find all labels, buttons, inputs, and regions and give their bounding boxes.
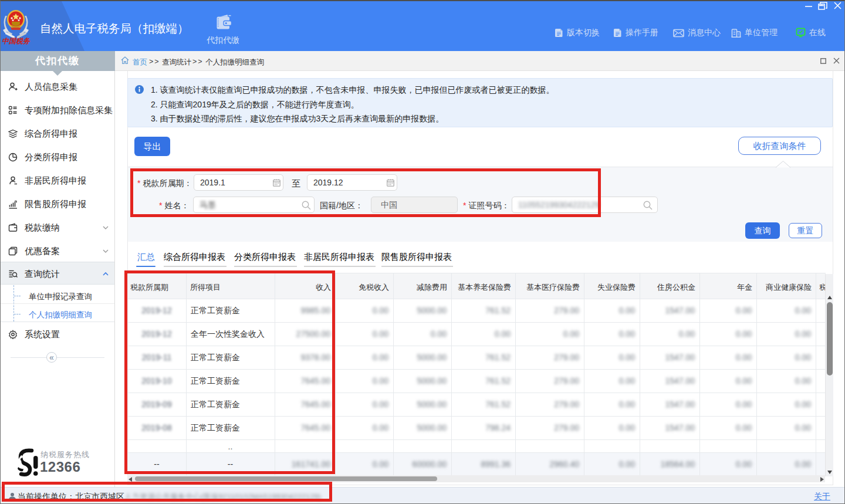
svg-text:中国税务: 中国税务 bbox=[2, 37, 31, 45]
